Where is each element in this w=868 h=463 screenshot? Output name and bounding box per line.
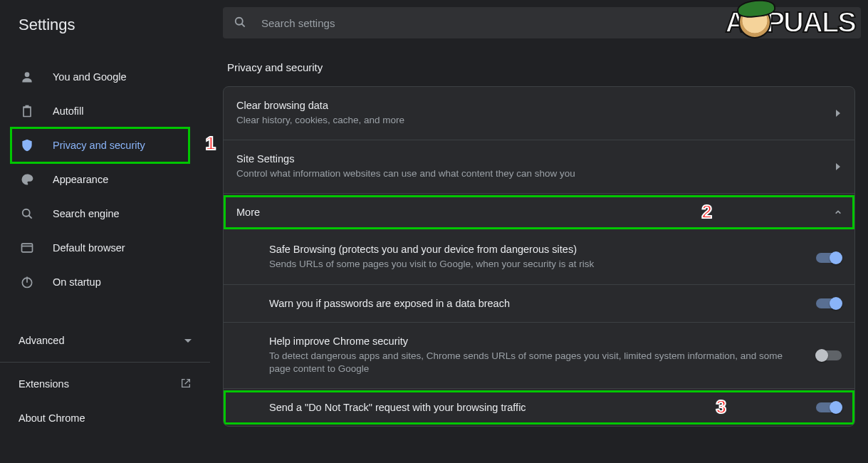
- chevron-right-icon: [835, 161, 842, 172]
- row-title: Help improve Chrome security: [269, 335, 806, 347]
- svg-point-0: [25, 72, 30, 77]
- svg-rect-7: [22, 244, 33, 252]
- svg-point-4: [29, 178, 31, 180]
- toggle-password-breach[interactable]: [816, 298, 842, 308]
- annotation-number-3: 3: [716, 396, 726, 418]
- person-icon: [19, 68, 36, 85]
- search-icon: [233, 15, 247, 31]
- annotation-number-2: 2: [702, 201, 712, 223]
- sidebar-item-label: On startup: [53, 276, 101, 288]
- row-subtitle: To detect dangerous apps and sites, Chro…: [269, 350, 806, 375]
- row-do-not-track[interactable]: Send a "Do Not Track" request with your …: [224, 388, 854, 426]
- row-password-breach-warn[interactable]: Warn you if passwords are exposed in a d…: [224, 284, 854, 322]
- sidebar-item-label: Autofill: [53, 105, 84, 117]
- chevron-down-icon: [184, 339, 192, 343]
- row-subtitle: Clear history, cookies, cache, and more: [236, 114, 825, 127]
- svg-point-5: [23, 209, 30, 217]
- row-subtitle: Control what information websites can us…: [236, 167, 825, 180]
- row-title: Clear browsing data: [236, 100, 825, 111]
- sidebar-item-default-browser[interactable]: Default browser: [0, 231, 210, 265]
- more-sublist: Safe Browsing (protects you and your dev…: [224, 231, 854, 426]
- sidebar-item-label: Search engine: [53, 208, 120, 219]
- sidebar-item-label: Default browser: [53, 242, 125, 254]
- shield-icon: [19, 137, 36, 154]
- row-title: Site Settings: [236, 153, 825, 165]
- sidebar-item-search-engine[interactable]: Search engine: [0, 197, 210, 231]
- sidebar-item-label: Appearance: [53, 174, 108, 185]
- section-title-privacy: Privacy and security: [227, 61, 855, 73]
- annotation-number-1: 1: [206, 132, 216, 155]
- row-title: Safe Browsing (protects you and your dev…: [269, 244, 806, 255]
- row-safe-browsing[interactable]: Safe Browsing (protects you and your dev…: [224, 231, 854, 283]
- sidebar-item-on-startup[interactable]: On startup: [0, 265, 210, 299]
- external-link-icon: [180, 378, 192, 391]
- svg-point-11: [236, 17, 243, 24]
- search-icon: [19, 205, 36, 222]
- palette-icon: [19, 171, 36, 188]
- toggle-do-not-track[interactable]: [816, 402, 842, 412]
- privacy-card: Clear browsing data Clear history, cooki…: [223, 86, 855, 427]
- sidebar-item-label: Privacy and security: [53, 140, 145, 151]
- clipboard-icon: [19, 103, 36, 120]
- row-title: More: [236, 207, 825, 218]
- settings-search-bar[interactable]: A PUALS: [223, 7, 861, 38]
- svg-point-2: [25, 176, 26, 177]
- row-clear-browsing-data[interactable]: Clear browsing data Clear history, cooki…: [224, 87, 854, 140]
- watermark-logo: A PUALS: [726, 6, 855, 38]
- toggle-help-improve[interactable]: [816, 350, 842, 360]
- sidebar-item-autofill[interactable]: Autofill: [0, 94, 210, 128]
- svg-line-6: [29, 216, 32, 219]
- svg-line-12: [242, 24, 245, 26]
- sidebar-item-you-and-google[interactable]: You and Google: [0, 60, 210, 94]
- sidebar-link-about-chrome[interactable]: About Chrome: [0, 401, 210, 435]
- power-icon: [19, 274, 36, 291]
- row-subtitle: Sends URLs of some pages you visit to Go…: [269, 258, 806, 271]
- row-site-settings[interactable]: Site Settings Control what information w…: [224, 140, 854, 193]
- sidebar-link-label: About Chrome: [19, 412, 85, 424]
- sidebar-item-appearance[interactable]: Appearance: [0, 162, 210, 197]
- page-title: Settings: [0, 16, 210, 47]
- sidebar-item-label: You and Google: [53, 71, 126, 83]
- sidebar-link-label: Extensions: [19, 378, 69, 390]
- chevron-right-icon: [835, 108, 842, 119]
- row-help-improve-security[interactable]: Help improve Chrome security To detect d…: [224, 322, 854, 388]
- browser-window-icon: [19, 239, 36, 256]
- toggle-safe-browsing[interactable]: [816, 253, 842, 263]
- sidebar: Settings You and Google Autofill: [0, 0, 210, 463]
- sidebar-nav: You and Google Autofill Privacy and secu…: [0, 60, 210, 299]
- sidebar-item-privacy-and-security[interactable]: Privacy and security 1: [0, 128, 210, 162]
- svg-point-3: [28, 176, 29, 177]
- chevron-up-icon: [835, 207, 842, 218]
- sidebar-advanced-expander[interactable]: Advanced: [0, 323, 210, 358]
- sidebar-advanced-label: Advanced: [19, 335, 65, 346]
- row-title: Warn you if passwords are exposed in a d…: [269, 298, 806, 309]
- svg-point-1: [23, 178, 25, 180]
- watermark-text-puals: PUALS: [765, 6, 855, 38]
- sidebar-separator: [0, 362, 210, 363]
- row-more-expander[interactable]: More 2: [224, 193, 854, 231]
- sidebar-link-extensions[interactable]: Extensions: [0, 367, 210, 401]
- content-area: A PUALS Privacy and security Clear brows…: [210, 0, 868, 463]
